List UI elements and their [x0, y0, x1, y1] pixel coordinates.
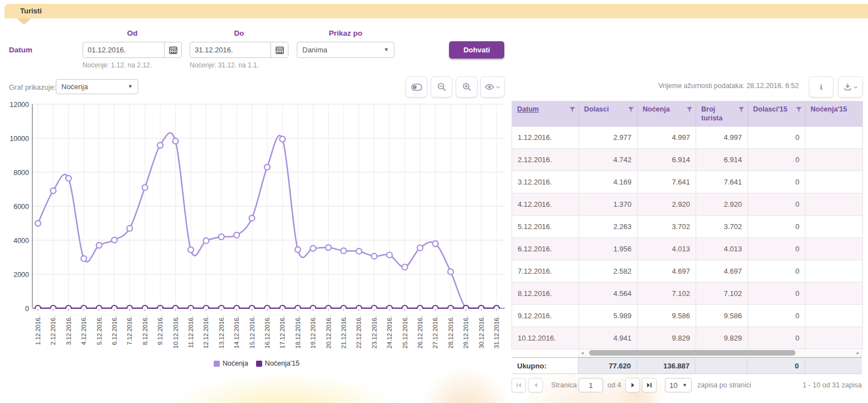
series-visibility-button[interactable]	[480, 76, 505, 98]
svg-text:12000: 12000	[9, 101, 29, 109]
cell-nocenja: 4.013	[638, 238, 696, 260]
do-label: Do	[190, 29, 288, 37]
table-row[interactable]: 2.12.2016.4.7426.9146.9140	[512, 149, 862, 171]
cell-datum: 2.12.2016.	[512, 149, 579, 171]
date-to-input[interactable]	[190, 46, 271, 54]
cell-datum: 3.12.2016.	[512, 171, 579, 193]
page-tab-turisti[interactable]: Turisti	[4, 4, 868, 18]
table-row[interactable]: 1.12.2016.2.9774.9974.9970	[512, 127, 862, 149]
first-page-button[interactable]	[512, 378, 526, 392]
column-header-broj-turista[interactable]: Broj turista	[696, 101, 748, 126]
cell-dolasci15: 0	[748, 193, 806, 215]
calendar-icon[interactable]	[164, 42, 181, 57]
zoom-out-button[interactable]	[431, 76, 452, 98]
legend-item-nocenja[interactable]: Noćenja	[214, 360, 248, 367]
cell-dolasci: 1.956	[579, 238, 638, 260]
cell-broj-turista: 9.586	[696, 305, 748, 327]
zoom-in-button[interactable]	[456, 76, 478, 98]
cell-broj-turista: 2.920	[696, 193, 748, 215]
svg-text:29.12.2016.: 29.12.2016.	[462, 316, 469, 348]
date-from-field[interactable]	[83, 42, 182, 58]
date-from-input[interactable]	[83, 46, 164, 54]
cell-dolasci15: 0	[748, 171, 806, 193]
column-header-datum[interactable]: Datum	[512, 101, 579, 126]
svg-text:10000: 10000	[9, 135, 29, 143]
next-page-button[interactable]	[625, 378, 640, 392]
svg-text:6.12.2016.: 6.12.2016.	[111, 316, 118, 345]
filter-icon[interactable]	[687, 107, 692, 113]
cell-nocenja: 9.829	[638, 327, 696, 349]
filter-icon[interactable]	[739, 107, 744, 113]
svg-text:22.12.2016.: 22.12.2016.	[355, 316, 362, 348]
cell-datum: 8.12.2016.	[512, 283, 579, 304]
svg-text:15.12.2016.: 15.12.2016.	[249, 316, 255, 348]
svg-text:3.12.2016.: 3.12.2016.	[65, 316, 72, 345]
chart-legend: Noćenja Noćenja'15	[6, 360, 508, 367]
svg-text:2000: 2000	[13, 271, 29, 279]
tab-pointer	[17, 18, 31, 25]
scroll-right-icon[interactable]: ▸	[855, 349, 861, 357]
table-row[interactable]: 5.12.2016.2.2633.7023.7020	[512, 216, 862, 238]
scrollbar-track[interactable]	[586, 349, 855, 357]
filter-icon[interactable]	[628, 107, 634, 113]
od-label: Od	[83, 29, 182, 37]
cell-nocenja: 3.702	[638, 216, 696, 237]
graf-prikazuje-label: Graf prikazuje:	[9, 83, 56, 91]
zoom-out-icon	[437, 82, 446, 91]
background-blob	[167, 372, 402, 403]
table-row[interactable]: 7.12.2016.2.5824.6974.6970	[512, 260, 862, 283]
table-row[interactable]: 9.12.2016.5.9899.5869.5860	[512, 305, 862, 327]
dohvati-button[interactable]: Dohvati	[449, 41, 504, 59]
cell-nocenja15	[806, 305, 862, 327]
footer-total-nocenja15	[805, 358, 862, 373]
table-row[interactable]: 8.12.2016.4.5647.1027.1020	[512, 283, 862, 305]
column-label: Noćenja	[643, 105, 670, 114]
table-row[interactable]: 10.12.2016.4.9419.8299.8290	[512, 327, 862, 349]
prikaz-po-select[interactable]: Danima ▼	[297, 42, 394, 58]
table-row[interactable]: 3.12.2016.4.1697.6417.6410	[512, 171, 862, 193]
page-number-input[interactable]	[578, 378, 603, 392]
cell-dolasci15: 0	[748, 127, 806, 148]
legend-item-nocenja15[interactable]: Noćenja'15	[256, 360, 300, 367]
info-button[interactable]: i	[809, 76, 833, 98]
column-header-dolasci[interactable]: Dolasci	[579, 101, 638, 126]
previous-page-button[interactable]	[528, 378, 543, 392]
scroll-left-icon[interactable]: ◂	[579, 349, 586, 357]
calendar-icon[interactable]	[271, 42, 288, 57]
cell-broj-turista: 3.702	[696, 216, 748, 237]
svg-text:1.12.2016.: 1.12.2016.	[35, 316, 41, 345]
column-header-dolasci15[interactable]: Dolasci'15	[748, 101, 806, 126]
page-size-label: zapisa po stranici	[697, 381, 751, 390]
chevron-down-icon	[853, 86, 858, 89]
table-row[interactable]: 4.12.2016.1.3702.9202.9200	[512, 193, 862, 216]
column-header-nocenja15[interactable]: Noćenja'15	[806, 101, 862, 126]
horizontal-scrollbar[interactable]: ◂ ▸	[578, 348, 862, 357]
zoom-in-icon	[462, 82, 471, 91]
scrollbar-thumb[interactable]	[589, 350, 795, 356]
line-chart: 0200040006000800010000120001.12.2016.2.1…	[6, 100, 508, 357]
cell-broj-turista: 7.641	[696, 171, 748, 193]
graf-prikazuje-value: Noćenja	[61, 82, 88, 91]
cell-broj-turista: 4.697	[696, 260, 748, 282]
svg-text:31.12.2016.: 31.12.2016.	[493, 316, 500, 348]
graf-prikazuje-select[interactable]: Noćenja ▼	[56, 79, 138, 94]
svg-text:18.12.2016.: 18.12.2016.	[295, 316, 301, 348]
column-header-nocenja[interactable]: Noćenja	[638, 101, 696, 126]
table-footer: Ukupno: 77.620 136.887 0	[512, 357, 862, 374]
cell-nocenja: 2.920	[638, 193, 696, 215]
background-blob	[419, 367, 512, 403]
last-page-button[interactable]	[642, 378, 657, 392]
cell-dolasci: 4.742	[579, 149, 638, 171]
chart-theme-toggle-button[interactable]	[406, 76, 427, 98]
svg-text:19.12.2016.: 19.12.2016.	[310, 316, 316, 348]
date-to-field[interactable]	[190, 42, 288, 58]
footer-total-dolasci15: 0	[748, 358, 805, 373]
page-size-select[interactable]: 10 ▼	[665, 378, 692, 392]
table-row[interactable]: 6.12.2016.1.9564.0134.0130	[512, 238, 862, 260]
svg-text:10.12.2016.: 10.12.2016.	[172, 316, 179, 348]
cell-nocenja15	[806, 216, 862, 237]
filter-icon[interactable]	[796, 107, 802, 113]
column-label: Dolasci	[584, 105, 609, 114]
filter-icon[interactable]	[570, 107, 575, 113]
export-button[interactable]	[838, 76, 863, 98]
